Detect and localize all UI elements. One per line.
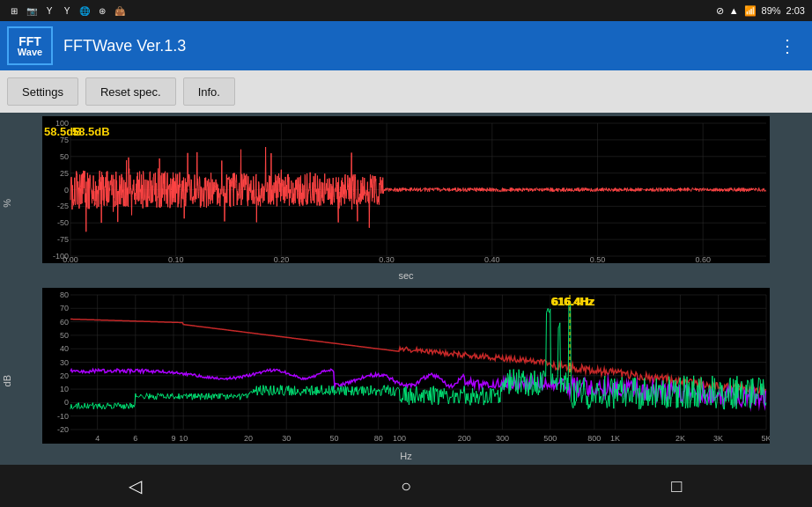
status-icon-6: ⊛: [95, 4, 109, 18]
home-icon: ○: [401, 476, 411, 496]
waveform-x-axis-label: sec: [398, 270, 413, 281]
waveform-section: % 58.5dB sec: [0, 113, 812, 284]
no-sim-icon: ⊘: [716, 5, 724, 17]
recent-button[interactable]: □: [655, 465, 698, 507]
back-icon: ◁: [129, 475, 142, 496]
fft-chart: 616.4Hz: [42, 288, 770, 444]
app-title: FFTWave Ver.1.3: [63, 37, 771, 55]
settings-button[interactable]: Settings: [7, 77, 78, 106]
toolbar: Settings Reset spec. Info.: [0, 70, 812, 113]
fft-canvas: [42, 288, 770, 444]
fft-x-axis-label: Hz: [400, 451, 411, 461]
recent-icon: □: [671, 476, 682, 496]
overflow-menu-button[interactable]: ⋮: [771, 28, 805, 63]
info-button[interactable]: Info.: [183, 77, 235, 106]
status-icon-4: Y: [60, 4, 74, 18]
waveform-y-axis-label: %: [2, 199, 12, 208]
battery-level: 89%: [762, 5, 781, 16]
status-icons-left: ⊞ 📷 Y Y 🌐 ⊛ 👜: [7, 4, 127, 18]
reset-spec-button[interactable]: Reset spec.: [85, 77, 176, 106]
status-right: ⊘ ▲ 📶 89% 2:03: [716, 5, 805, 17]
wifi-icon: ▲: [729, 5, 739, 16]
fft-section: dB 616.4Hz Hz: [0, 284, 812, 465]
back-button[interactable]: ◁: [114, 465, 157, 507]
app-logo: FFT Wave: [7, 26, 53, 65]
logo-fft-text: FFT: [18, 35, 41, 48]
status-bar: ⊞ 📷 Y Y 🌐 ⊛ 👜 ⊘ ▲ 📶 89% 2:03: [0, 0, 812, 21]
status-icon-2: 📷: [25, 4, 39, 18]
status-icon-1: ⊞: [7, 4, 21, 18]
nav-bar: ◁ ○ □: [0, 465, 812, 507]
status-icon-7: 👜: [113, 4, 127, 18]
waveform-canvas: [42, 116, 770, 263]
status-icon-5: 🌐: [78, 4, 92, 18]
home-button[interactable]: ○: [385, 465, 427, 507]
logo-wave-text: Wave: [18, 48, 42, 57]
app-bar: FFT Wave FFTWave Ver.1.3 ⋮: [0, 21, 812, 70]
waveform-db-label: 58.5dB: [44, 125, 82, 138]
time-display: 2:03: [786, 5, 805, 16]
fft-freq-label: 616.4Hz: [551, 295, 594, 308]
waveform-chart: 58.5dB: [42, 116, 770, 263]
signal-icon: 📶: [744, 5, 757, 17]
charts-area: % 58.5dB sec dB 616.4Hz Hz: [0, 113, 812, 465]
status-icon-3: Y: [42, 4, 56, 18]
fft-y-axis-label: dB: [2, 375, 12, 386]
